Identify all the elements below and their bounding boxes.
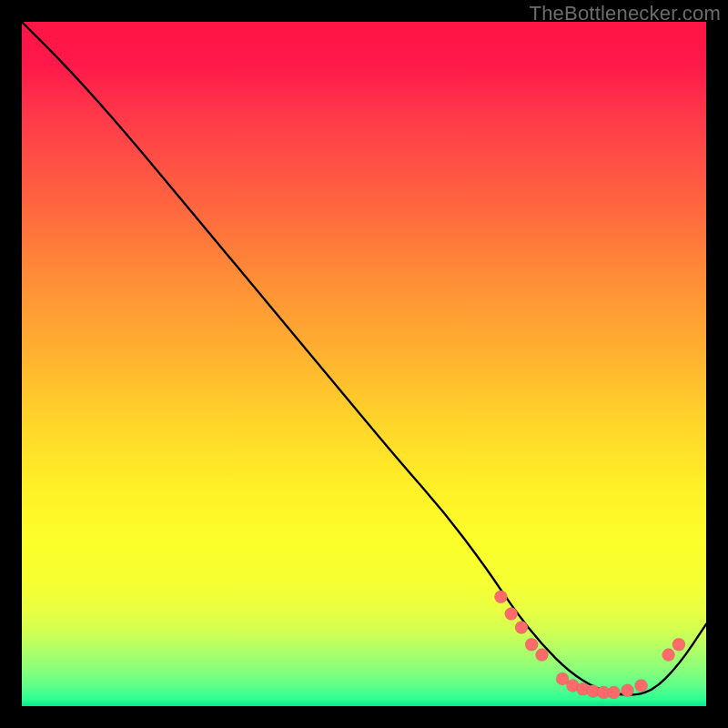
bottleneck-curve-path [22, 22, 706, 694]
curve-marker [515, 622, 528, 634]
curve-layer [22, 22, 706, 706]
curve-marker [622, 684, 634, 697]
curve-marker [505, 608, 518, 621]
chart-container: TheBottlenecker.com [0, 0, 728, 728]
curve-marker [672, 638, 685, 651]
curve-marker [525, 638, 538, 651]
curve-marker [608, 686, 621, 699]
curve-marker [635, 679, 648, 692]
curve-marker [494, 591, 507, 603]
marker-group [494, 591, 685, 699]
plot-area [22, 22, 706, 706]
curve-marker [662, 649, 675, 662]
curve-marker [536, 649, 549, 662]
attribution-label: TheBottlenecker.com [530, 2, 721, 25]
